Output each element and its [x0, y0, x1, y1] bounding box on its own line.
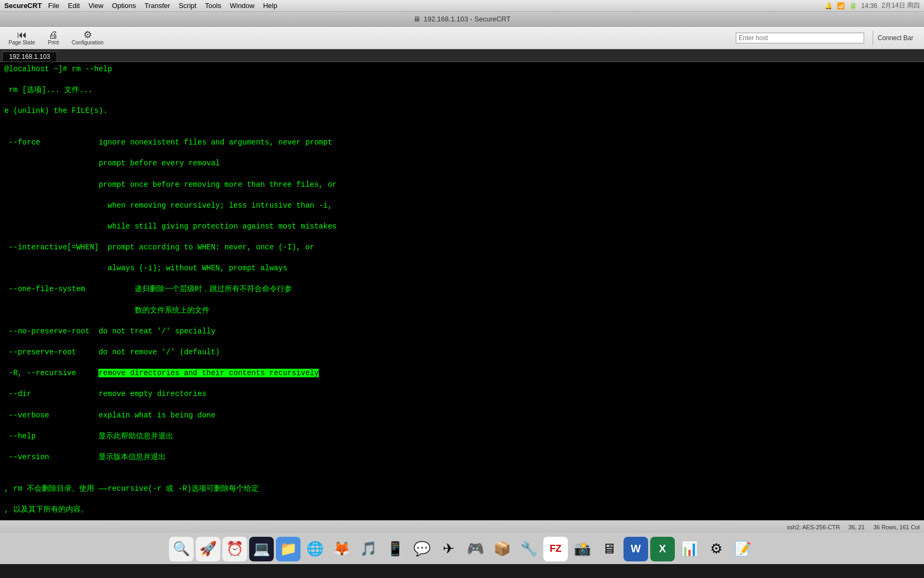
wifi-icon: 📶 [837, 2, 845, 10]
dock-notes[interactable]: 📝 [730, 537, 755, 561]
terminal-line: when removing recursively; less intrusiv… [4, 201, 920, 211]
statusbar: ssh2: AES-256-CTR 36, 21 36 Rows, 161 Co… [0, 520, 924, 533]
dock-filezilla[interactable]: FZ [543, 537, 568, 561]
dock-clock[interactable]: ⏰ [222, 537, 247, 561]
terminal-line: --version 显示版本信息并退出 [4, 452, 920, 463]
terminal-line-recursive: -R, --recursive remove directories and t… [4, 368, 920, 379]
terminal-line: e (unlink) the FILE(s). [4, 106, 920, 117]
dock-firefox[interactable]: 🦊 [329, 537, 354, 561]
menu-view[interactable]: View [84, 0, 107, 12]
dock-tools[interactable]: 🔧 [517, 537, 541, 561]
toolbar-print-label: Print [48, 40, 59, 45]
dock-files[interactable]: 📁 [276, 537, 301, 561]
titlebar: 🖥 192.168.1.103 - SecureCRT [0, 12, 924, 27]
terminal-line: while still giving protection against mo… [4, 222, 920, 232]
terminal-line: , rm 不会删除目录。使用 ——recursive(-r 或 -R)选项可删除… [4, 484, 920, 495]
encryption-status: ssh2: AES-256-CTR [787, 524, 840, 530]
terminal-line: 数的文件系统上的文件 [4, 306, 920, 316]
dock-settings[interactable]: ⚙ [704, 537, 728, 561]
terminal[interactable]: @localhost ~]# rm --help rm [选项]... 文件..… [0, 62, 924, 520]
print-icon: 🖨 [49, 30, 58, 40]
terminal-line: , 以及其下所有的内容。 [4, 505, 920, 515]
dock-games[interactable]: 🎮 [463, 537, 488, 561]
menu-help[interactable]: Help [259, 0, 282, 12]
terminal-dimensions: 36 Rows, 161 Col [873, 524, 920, 530]
dock-finder[interactable]: 🔍 [169, 537, 194, 561]
dock-wechat[interactable]: 💬 [410, 537, 434, 561]
page-state-icon: ⏮ [17, 30, 27, 40]
terminal-line: rm [选项]... 文件... [4, 85, 920, 96]
highlighted-text: remove directories and their contents re… [98, 369, 319, 377]
configuration-icon: ⚙ [83, 30, 92, 40]
toolbar-configuration[interactable]: ⚙ Configuration [70, 29, 105, 47]
tabbar: 192.168.1.103 [0, 49, 924, 62]
menu-script[interactable]: Script [174, 0, 201, 12]
dock-music[interactable]: 🎵 [356, 537, 381, 561]
menu-options[interactable]: Options [107, 0, 140, 12]
system-time: 14:36 [861, 2, 877, 10]
dock-launchpad[interactable]: 🚀 [196, 537, 220, 561]
terminal-line: --help 显示此帮助信息并退出 [4, 431, 920, 442]
dock-charts[interactable]: 📊 [677, 537, 702, 561]
terminal-line: @localhost ~]# rm --help [4, 64, 920, 75]
dock-packages[interactable]: 📦 [490, 537, 514, 561]
terminal-line: always (-i); without WHEN, prompt always [4, 263, 920, 274]
dock-photos[interactable]: 📸 [570, 537, 595, 561]
toolbar-configuration-label: Configuration [72, 40, 103, 45]
terminal-line: --dir remove empty directories [4, 389, 920, 400]
battery-icon: 🔋 [849, 2, 857, 10]
dock-monitor[interactable]: 🖥 [597, 537, 621, 561]
menu-tools[interactable]: Tools [201, 0, 225, 12]
titlebar-text: 192.168.1.103 - SecureCRT [424, 15, 510, 23]
connect-bar-label: Connect Bar [873, 31, 918, 45]
terminal-line: --interactive[=WHEN] prompt according to… [4, 242, 920, 253]
dock: 🔍 🚀 ⏰ 💻 📁 🌐 🦊 🎵 📱 💬 ✈ 🎮 📦 🔧 FZ 📸 🖥 W X 📊… [0, 533, 924, 564]
terminal-line: --preserve-root do not remove '/' (defau… [4, 347, 920, 358]
system-status: 🔔 📶 🔋 14:36 2月14日 周四 [825, 1, 920, 10]
menu-edit[interactable]: Edit [64, 0, 84, 12]
dock-airdrop[interactable]: ✈ [436, 537, 461, 561]
toolbar-print[interactable]: 🖨 Print [45, 29, 61, 47]
terminal-line: --one-file-system 递归删除一个层级时，跳过所有不符合命令行参 [4, 284, 920, 295]
toolbar-page-state[interactable]: ⏮ Page State [6, 29, 37, 47]
dock-excel[interactable]: X [650, 537, 675, 561]
menu-window[interactable]: Window [226, 0, 259, 12]
dock-safari[interactable]: 🌐 [303, 537, 327, 561]
system-date: 2月14日 周四 [882, 1, 920, 10]
notification-icon: 🔔 [825, 2, 833, 10]
menu-transfer[interactable]: Transfer [140, 0, 174, 12]
app-name[interactable]: SecureCRT [4, 2, 42, 10]
toolbar-page-state-label: Page State [9, 40, 35, 45]
dock-securecrt[interactable]: 💻 [249, 537, 274, 561]
menubar: SecureCRT File Edit View Options Transfe… [0, 0, 924, 12]
terminal-line: prompt once before removing more than th… [4, 180, 920, 191]
connect-host-input[interactable] [736, 33, 864, 43]
cursor-position: 36, 21 [849, 524, 865, 530]
terminal-line: --verbose explain what is being done [4, 410, 920, 421]
titlebar-icon: 🖥 [413, 15, 420, 23]
terminal-line: prompt before every removal [4, 158, 920, 169]
session-tab[interactable]: 192.168.1.103 [2, 51, 57, 62]
terminal-line: --no-preserve-root do not treat '/' spec… [4, 326, 920, 337]
terminal-line: --force ignore nonexistent files and arg… [4, 138, 920, 148]
menu-file[interactable]: File [44, 0, 64, 12]
dock-messages[interactable]: 📱 [383, 537, 407, 561]
toolbar: ⏮ Page State 🖨 Print ⚙ Configuration Con… [0, 27, 924, 49]
dock-word[interactable]: W [623, 537, 648, 561]
